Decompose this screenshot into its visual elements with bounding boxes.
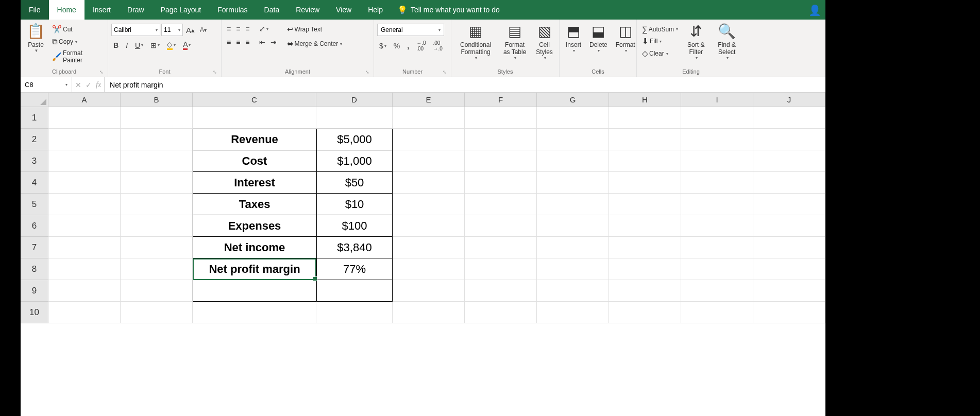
cell-D9[interactable] [316,280,393,302]
cell-D3[interactable]: $1,000 [316,150,393,172]
cell-F9[interactable] [465,280,537,302]
col-header-C[interactable]: C [193,93,316,107]
menu-file[interactable]: File [21,0,49,20]
font-color-button[interactable]: A▾ [181,39,193,51]
conditional-formatting-button[interactable]: ▦Conditional Formatting▾ [454,22,497,62]
font-launcher[interactable]: ⤡ [213,70,217,75]
cell-I2[interactable] [681,129,753,150]
cell-I6[interactable] [681,215,753,237]
cell-H1[interactable] [609,107,681,129]
autosum-button[interactable]: ∑AutoSum▾ [640,24,680,34]
wrap-text-button[interactable]: ↩Wrap Text [285,24,345,35]
cell-H7[interactable] [609,237,681,258]
menu-data[interactable]: Data [256,0,288,20]
align-right-button[interactable]: ≡ [243,37,251,47]
increase-font-button[interactable]: A▴ [184,25,197,36]
cancel-formula-button[interactable]: ✕ [75,81,81,89]
cell-D4[interactable]: $50 [316,172,393,194]
menu-draw[interactable]: Draw [119,0,153,20]
underline-button[interactable]: U▾ [133,40,145,50]
cell-B4[interactable] [121,172,193,194]
cell-J8[interactable] [753,258,825,280]
cell-J5[interactable] [753,194,825,215]
cell-A5[interactable] [48,194,121,215]
row-header-9[interactable]: 9 [21,280,48,302]
cell-G4[interactable] [537,172,609,194]
fill-button[interactable]: ⬇Fill▾ [640,36,680,47]
decrease-indent-button[interactable]: ⇤ [257,37,267,47]
cell-A8[interactable] [48,258,121,280]
cell-E6[interactable] [393,215,465,237]
cell-F5[interactable] [465,194,537,215]
col-header-D[interactable]: D [316,93,393,107]
cell-I1[interactable] [681,107,753,129]
cell-J10[interactable] [753,302,825,323]
cell-C1[interactable] [193,107,316,129]
row-header-6[interactable]: 6 [21,215,48,237]
italic-button[interactable]: I [124,40,130,50]
row-header-4[interactable]: 4 [21,172,48,194]
cell-D2[interactable]: $5,000 [316,129,393,150]
cell-C4[interactable]: Interest [193,172,316,194]
align-center-button[interactable]: ≡ [234,37,242,47]
cell-B6[interactable] [121,215,193,237]
cell-F2[interactable] [465,129,537,150]
cell-H2[interactable] [609,129,681,150]
bold-button[interactable]: B [111,40,121,50]
cell-F6[interactable] [465,215,537,237]
cell-J6[interactable] [753,215,825,237]
cell-A6[interactable] [48,215,121,237]
number-launcher[interactable]: ⤡ [443,70,447,75]
increase-indent-button[interactable]: ⇥ [268,37,279,47]
enter-formula-button[interactable]: ✓ [86,81,92,89]
cell-H4[interactable] [609,172,681,194]
cell-F8[interactable] [465,258,537,280]
cell-A10[interactable] [48,302,121,323]
cell-G6[interactable] [537,215,609,237]
share-icon[interactable]: 👤 [808,4,821,16]
cell-I9[interactable] [681,280,753,302]
row-header-10[interactable]: 10 [21,302,48,323]
cell-E4[interactable] [393,172,465,194]
cell-I10[interactable] [681,302,753,323]
percent-button[interactable]: % [392,41,402,51]
cell-G5[interactable] [537,194,609,215]
decrease-decimal-button[interactable]: .00→.0 [431,39,444,53]
cell-E5[interactable] [393,194,465,215]
cell-I7[interactable] [681,237,753,258]
cell-D10[interactable] [316,302,393,323]
tell-me-search[interactable]: 💡 Tell me what you want to do [391,0,506,20]
merge-center-button[interactable]: ⬌Merge & Center▾ [285,38,345,49]
col-header-H[interactable]: H [609,93,681,107]
cell-I4[interactable] [681,172,753,194]
cell-C2[interactable]: Revenue [193,129,316,150]
cell-H5[interactable] [609,194,681,215]
select-all-corner[interactable] [21,93,48,107]
cut-button[interactable]: ✂️Cut [50,24,105,35]
cell-B9[interactable] [121,280,193,302]
cell-J2[interactable] [753,129,825,150]
format-cells-button[interactable]: ◫Format▾ [613,22,638,55]
cell-H9[interactable] [609,280,681,302]
cell-B10[interactable] [121,302,193,323]
clipboard-launcher[interactable]: ⤡ [99,70,104,75]
row-header-8[interactable]: 8 [21,258,48,280]
cell-H10[interactable] [609,302,681,323]
cell-styles-button[interactable]: ▧Cell Styles▾ [533,22,556,62]
cell-G9[interactable] [537,280,609,302]
fx-button[interactable]: fx [96,81,101,89]
orientation-button[interactable]: ⤢▾ [257,24,271,34]
menu-help[interactable]: Help [360,0,391,20]
cell-J9[interactable] [753,280,825,302]
align-bottom-button[interactable]: ≡ [243,24,251,34]
col-header-B[interactable]: B [121,93,193,107]
cell-C3[interactable]: Cost [193,150,316,172]
cell-B7[interactable] [121,237,193,258]
delete-cells-button[interactable]: ⬓Delete▾ [586,22,611,55]
cell-E10[interactable] [393,302,465,323]
cell-A7[interactable] [48,237,121,258]
cell-B1[interactable] [121,107,193,129]
insert-cells-button[interactable]: ⬒Insert▾ [563,22,584,55]
font-name-select[interactable]: Calibri▾ [111,24,160,36]
cell-J1[interactable] [753,107,825,129]
